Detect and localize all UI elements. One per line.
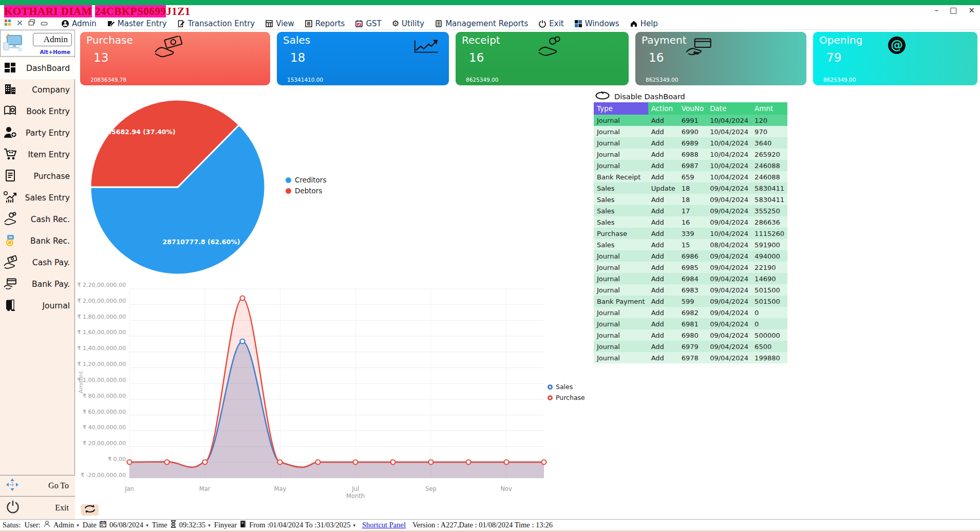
col-action[interactable]: Action xyxy=(648,102,679,115)
menu-master-entry[interactable]: Master Entry xyxy=(107,19,167,28)
close-icon[interactable]: × xyxy=(968,6,975,15)
sidebar: Admin Alt+Home DashBoard Company Book En… xyxy=(0,30,75,519)
home-icon xyxy=(630,20,638,28)
sidebar-item-purchase[interactable]: Purchase xyxy=(0,166,75,187)
table-row[interactable]: Journal Add 6990 10/04/2024 970 xyxy=(594,126,787,137)
maximize-icon[interactable]: □ xyxy=(950,6,957,15)
table-header-row: Type Action VouNo Date Amnt xyxy=(594,102,787,115)
status-user[interactable]: User: Admin ▾ xyxy=(24,520,79,530)
table-row[interactable]: Journal Add 6982 09/04/2024 0 xyxy=(594,307,787,318)
table-row[interactable]: Journal Add 6989 10/04/2024 3640 xyxy=(594,137,787,149)
menu-gst[interactable]: GST xyxy=(355,19,381,28)
x-tick: Nov xyxy=(500,485,512,492)
sidebar-item-sales-entry[interactable]: Sales Entry xyxy=(0,187,75,209)
cascade-windows-icon[interactable] xyxy=(28,19,35,28)
col-date[interactable]: Date xyxy=(707,102,751,115)
table-row[interactable]: Journal Add 6987 10/04/2024 246088 xyxy=(594,160,787,171)
coin-deposit-icon xyxy=(3,233,17,249)
menu-help[interactable]: Help xyxy=(630,19,658,28)
table-row[interactable]: Journal Add 6981 09/04/2024 0 xyxy=(594,318,787,329)
table-row[interactable]: Journal Add 6991 10/04/2024 120 xyxy=(594,115,787,126)
minimize-window-icon[interactable] xyxy=(41,19,48,28)
legend-item-creditors[interactable]: Creditors xyxy=(286,176,326,184)
menu-management-reports[interactable]: Management Reports xyxy=(435,19,528,28)
close-window-icon[interactable] xyxy=(16,19,23,28)
shortcut-panel-link[interactable]: Shortcut Panel xyxy=(362,521,406,529)
legend-item-debtors[interactable]: Debtors xyxy=(286,187,326,195)
purchase-area xyxy=(129,298,544,478)
refresh-button[interactable] xyxy=(81,504,99,516)
menu-windows[interactable]: Windows xyxy=(574,19,619,28)
table-row[interactable]: Bank Receipt Add 659 10/04/2024 246088 xyxy=(594,171,787,182)
table-row[interactable]: Bank Payment Add 599 09/04/2024 501500 xyxy=(594,296,787,307)
sidebar-item-cash-pay[interactable]: Cash Pay. xyxy=(0,252,75,273)
menu-view[interactable]: View xyxy=(265,19,294,28)
debtors-dot-icon xyxy=(286,188,291,194)
x-tick: Jan xyxy=(125,485,134,492)
table-row[interactable]: Journal Add 6986 09/04/2024 494000 xyxy=(594,250,787,262)
power-icon xyxy=(5,499,21,517)
table-row[interactable]: Purchase Add 339 10/04/2024 1115260 xyxy=(594,228,787,239)
sidebar-item-journal[interactable]: Journal xyxy=(0,295,75,317)
minimize-icon[interactable]: – xyxy=(935,6,939,15)
col-vouno[interactable]: VouNo xyxy=(679,102,707,115)
status-finyear[interactable]: Finyear From :01/04/2024 To :31/03/2025 … xyxy=(214,520,355,530)
sidebar-exit[interactable]: Exit xyxy=(0,496,75,519)
sales-card[interactable]: Sales 18 15341410.00 xyxy=(277,32,449,85)
table-row[interactable]: Journal Add 6985 09/04/2024 22190 xyxy=(594,262,787,273)
purchase-ring-icon xyxy=(548,395,553,400)
table-row[interactable]: Sales Add 18 09/04/2024 5830411 xyxy=(594,194,787,205)
sidebar-item-bank-pay[interactable]: Bank Pay. xyxy=(0,273,75,295)
goto-arrows-icon xyxy=(5,478,20,494)
col-type[interactable]: Type xyxy=(594,102,648,115)
menu-utility[interactable]: ⚙ Utility xyxy=(392,19,424,28)
opening-card[interactable]: Opening @ 79 8625349.00 xyxy=(813,32,977,85)
menu-exit[interactable]: Exit xyxy=(538,19,563,28)
sidebar-goto[interactable]: Go To xyxy=(0,475,75,496)
status-time[interactable]: Time 09:32:35 ▾ xyxy=(152,520,211,530)
sidebar-item-item-entry[interactable]: Item Entry xyxy=(0,144,75,166)
hand-banknote-icon xyxy=(3,255,17,271)
col-amnt[interactable]: Amnt xyxy=(751,102,787,115)
table-row[interactable]: Sales Update 18 09/04/2024 5830411 xyxy=(594,182,787,194)
sidebar-item-company[interactable]: Company xyxy=(0,79,75,101)
table-row[interactable]: Sales Add 15 08/04/2024 591900 xyxy=(594,239,787,250)
purchase-card[interactable]: Purchase 13 20836349.78 xyxy=(80,32,270,85)
table-row[interactable]: Journal Add 6984 09/04/2024 14690 xyxy=(594,273,787,284)
admin-user-button[interactable]: Admin xyxy=(33,33,72,46)
table-row[interactable]: Journal Add 6988 10/04/2024 265920 xyxy=(594,149,787,160)
table-row[interactable]: Journal Add 6983 09/04/2024 501500 xyxy=(594,284,787,296)
table-row[interactable]: Journal Add 6978 09/04/2024 199880 xyxy=(594,352,787,363)
menu-transaction-entry[interactable]: Transaction Entry xyxy=(177,19,255,28)
legend-item-sales[interactable]: Sales xyxy=(548,383,585,391)
y-axis-tick: ₹ 1,60,00,000.00 xyxy=(78,329,126,336)
table-row[interactable]: Journal Add 6980 09/04/2024 500000 xyxy=(594,329,787,341)
top-accent-strip xyxy=(0,0,980,5)
table-row[interactable]: Sales Add 16 09/04/2024 286636 xyxy=(594,216,787,228)
table-row[interactable]: Sales Add 17 09/04/2024 355250 xyxy=(594,205,787,216)
window-title: KOTHARI DIAM 24CBKPS0699J1Z1 xyxy=(4,5,191,18)
sidebar-item-cash-rec[interactable]: Cash Rec. xyxy=(0,209,75,230)
y-axis-tick: ₹ 20,00,000.00 xyxy=(83,441,126,447)
receipt-card[interactable]: Receipt 16 8625349.00 xyxy=(456,32,629,85)
menu-reports[interactable]: Reports xyxy=(305,19,345,28)
svg-text:@: @ xyxy=(891,38,903,52)
menu-admin[interactable]: Admin xyxy=(61,19,97,28)
legend-item-purchase[interactable]: Purchase xyxy=(548,394,585,401)
payment-card[interactable]: Payment 16 8625349.00 xyxy=(635,32,806,85)
refresh-icon xyxy=(83,504,97,516)
windows-icon xyxy=(574,20,582,28)
table-row[interactable]: Journal Add 6979 09/04/2024 6500 xyxy=(594,341,787,352)
sidebar-item-dashboard[interactable]: DashBoard xyxy=(0,58,75,79)
sidebar-item-party-entry[interactable]: Party Entry xyxy=(0,122,75,144)
y-axis-tick: ₹ 2,00,00,000.00 xyxy=(78,298,126,304)
sidebar-item-bank-rec[interactable]: Bank Rec. xyxy=(0,230,75,252)
status-date[interactable]: Date 06/08/2024 ▾ xyxy=(83,520,148,530)
app-logo-icon[interactable] xyxy=(4,19,11,28)
ledger-book-icon xyxy=(239,520,247,530)
open-book-icon xyxy=(3,104,17,120)
gear-icon: ⚙ xyxy=(392,20,399,28)
disable-dashboard-toggle[interactable]: Disable DashBoard xyxy=(595,90,685,102)
purchase-markers xyxy=(127,296,546,465)
sidebar-item-book-entry[interactable]: Book Entry xyxy=(0,101,75,122)
